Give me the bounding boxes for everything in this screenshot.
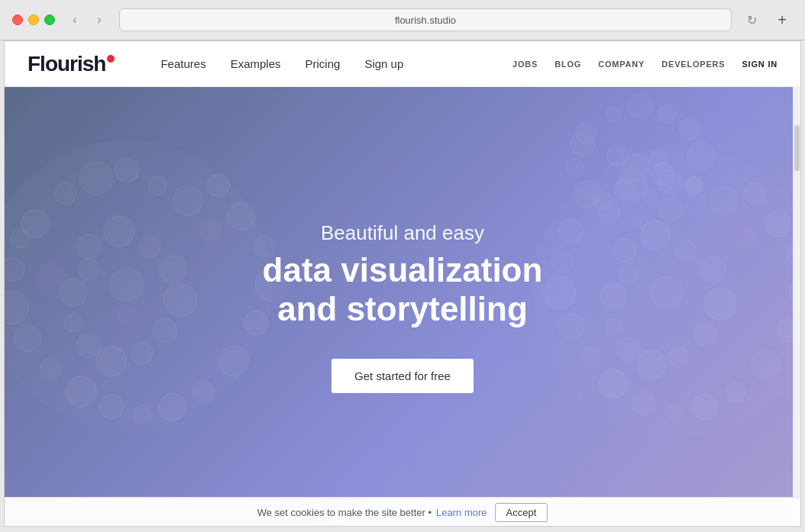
svg-point-55 bbox=[632, 392, 655, 414]
svg-point-25 bbox=[139, 236, 160, 257]
svg-point-44 bbox=[685, 177, 702, 194]
svg-point-87 bbox=[566, 158, 584, 176]
svg-point-72 bbox=[619, 263, 639, 283]
back-button[interactable]: ‹ bbox=[64, 9, 86, 31]
svg-point-19 bbox=[14, 324, 41, 352]
reload-button[interactable]: ↻ bbox=[741, 9, 762, 31]
svg-point-26 bbox=[159, 256, 186, 283]
svg-point-56 bbox=[599, 369, 628, 398]
svg-point-65 bbox=[704, 288, 736, 320]
site-logo[interactable]: Flourish bbox=[27, 52, 115, 76]
svg-point-91 bbox=[650, 150, 668, 169]
hero-section: Beautiful and easy data visualization an… bbox=[5, 87, 800, 527]
svg-point-46 bbox=[744, 182, 765, 204]
secondary-nav: JOBS BLOG COMPANY DEVELOPERS SIGN IN bbox=[512, 60, 778, 69]
svg-point-94 bbox=[614, 179, 635, 201]
svg-point-60 bbox=[551, 251, 573, 272]
svg-point-80 bbox=[679, 118, 700, 140]
svg-point-3 bbox=[79, 161, 113, 195]
svg-point-84 bbox=[632, 213, 648, 228]
scrollbar-thumb[interactable] bbox=[794, 125, 800, 171]
svg-point-74 bbox=[737, 229, 757, 249]
svg-point-61 bbox=[613, 239, 636, 262]
svg-point-81 bbox=[687, 142, 715, 169]
svg-point-31 bbox=[76, 334, 101, 358]
svg-point-8 bbox=[228, 202, 255, 230]
svg-point-69 bbox=[617, 338, 640, 361]
svg-point-47 bbox=[765, 211, 790, 237]
svg-point-39 bbox=[533, 147, 800, 437]
svg-point-16 bbox=[99, 395, 124, 419]
svg-point-6 bbox=[173, 185, 203, 216]
nav-developers[interactable]: DEVELOPERS bbox=[661, 60, 725, 69]
svg-point-63 bbox=[676, 240, 696, 260]
svg-point-68 bbox=[637, 350, 666, 379]
svg-point-67 bbox=[668, 347, 688, 367]
svg-point-76 bbox=[576, 122, 597, 143]
close-button[interactable] bbox=[12, 15, 23, 25]
svg-point-77 bbox=[606, 106, 621, 121]
svg-point-33 bbox=[60, 279, 87, 306]
svg-point-85 bbox=[599, 202, 620, 224]
nav-examples[interactable]: Examples bbox=[231, 57, 281, 70]
svg-point-34 bbox=[78, 259, 99, 280]
scrollbar[interactable] bbox=[793, 41, 800, 526]
forward-button[interactable]: › bbox=[89, 9, 110, 31]
svg-point-2 bbox=[55, 182, 76, 204]
svg-point-43 bbox=[651, 163, 674, 185]
svg-point-59 bbox=[544, 276, 576, 308]
nav-jobs[interactable]: JOBS bbox=[512, 60, 538, 69]
svg-point-75 bbox=[548, 87, 724, 255]
svg-point-66 bbox=[693, 323, 716, 346]
svg-point-41 bbox=[593, 192, 611, 210]
svg-point-32 bbox=[64, 314, 82, 332]
website-content: Flourish Features Examples Pricing Sign … bbox=[4, 40, 801, 527]
svg-point-38 bbox=[118, 306, 136, 324]
svg-point-5 bbox=[148, 176, 166, 195]
svg-point-82 bbox=[684, 177, 703, 195]
nav-pricing[interactable]: Pricing bbox=[306, 57, 341, 70]
svg-point-45 bbox=[710, 187, 738, 214]
svg-point-36 bbox=[200, 221, 221, 242]
hero-subtitle: Beautiful and easy bbox=[263, 221, 543, 245]
browser-chrome: ‹ › flourish.studio ↻ + bbox=[0, 0, 805, 40]
nav-signin[interactable]: SIGN IN bbox=[742, 60, 778, 69]
nav-company[interactable]: COMPANY bbox=[598, 60, 645, 69]
svg-point-40 bbox=[559, 219, 584, 243]
hero-cta-button[interactable]: Get started for free bbox=[331, 359, 474, 393]
nav-features[interactable]: Features bbox=[160, 57, 205, 70]
svg-point-13 bbox=[192, 381, 214, 402]
svg-point-54 bbox=[666, 405, 683, 421]
svg-point-73 bbox=[651, 276, 683, 308]
traffic-lights bbox=[12, 15, 55, 25]
address-bar[interactable]: flourish.studio bbox=[119, 8, 732, 31]
svg-point-17 bbox=[66, 376, 96, 407]
svg-point-83 bbox=[658, 197, 683, 221]
svg-point-62 bbox=[641, 221, 670, 250]
cookie-learn-more-link[interactable]: Learn more bbox=[436, 507, 487, 518]
svg-point-18 bbox=[40, 358, 61, 379]
cookie-text: We set cookies to make the site better • bbox=[257, 507, 432, 518]
cookie-accept-button[interactable]: Accept bbox=[495, 503, 548, 522]
minimize-button[interactable] bbox=[28, 15, 39, 25]
nav-blog[interactable]: BLOG bbox=[554, 60, 581, 69]
svg-point-23 bbox=[76, 234, 101, 259]
svg-point-90 bbox=[622, 153, 650, 181]
browser-titlebar: ‹ › flourish.studio ↻ + bbox=[0, 0, 805, 40]
svg-point-78 bbox=[628, 94, 652, 118]
svg-point-86 bbox=[573, 180, 600, 208]
svg-point-21 bbox=[5, 257, 24, 282]
new-tab-button[interactable]: + bbox=[771, 9, 793, 31]
nav-signup[interactable]: Sign up bbox=[364, 57, 403, 70]
svg-point-22 bbox=[11, 230, 29, 248]
svg-point-42 bbox=[617, 170, 648, 201]
svg-point-35 bbox=[110, 268, 144, 301]
svg-point-29 bbox=[131, 343, 153, 364]
svg-point-58 bbox=[558, 314, 584, 340]
svg-point-52 bbox=[726, 382, 745, 401]
svg-point-51 bbox=[752, 350, 781, 379]
svg-point-15 bbox=[133, 405, 151, 424]
svg-point-64 bbox=[700, 256, 726, 282]
svg-point-93 bbox=[644, 190, 659, 205]
maximize-button[interactable] bbox=[44, 15, 55, 25]
